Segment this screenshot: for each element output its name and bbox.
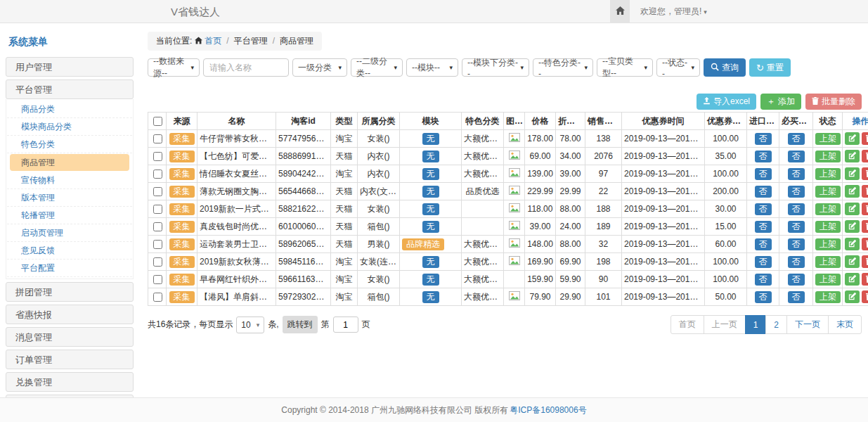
must-buy-badge[interactable]: 否 [788, 291, 805, 303]
must-buy-badge[interactable]: 否 [788, 256, 805, 268]
pager-button-上一页[interactable]: 上一页 [704, 315, 746, 334]
status-badge[interactable]: 上架 [815, 256, 841, 268]
import-select-badge[interactable]: 否 [755, 256, 772, 268]
filter-select[interactable]: 一级分类▾ [292, 58, 347, 77]
pager-button-首页[interactable]: 首页 [671, 315, 704, 334]
row-checkbox[interactable] [153, 222, 162, 231]
must-buy-badge[interactable]: 否 [788, 203, 805, 215]
filter-select[interactable]: --模块--▾ [406, 58, 458, 77]
must-buy-badge[interactable]: 否 [788, 133, 805, 145]
search-button[interactable]: 查询 [704, 58, 746, 77]
row-checkbox[interactable] [153, 187, 162, 196]
delete-button[interactable] [862, 273, 868, 286]
row-checkbox[interactable] [153, 293, 162, 302]
import-select-badge[interactable]: 否 [755, 274, 772, 286]
status-badge[interactable]: 上架 [815, 186, 841, 198]
delete-button[interactable] [862, 167, 868, 180]
page-number-input[interactable] [333, 316, 358, 333]
sidebar-group-用户管理[interactable]: 用户管理 [6, 57, 134, 77]
row-checkbox[interactable] [153, 152, 162, 161]
delete-button[interactable] [862, 150, 868, 162]
icp-link[interactable]: 粤ICP备16098006号 [510, 404, 586, 416]
status-badge[interactable]: 上架 [815, 274, 841, 286]
import-select-badge[interactable]: 否 [755, 186, 772, 198]
pager-button-下一页[interactable]: 下一页 [786, 315, 829, 334]
import-select-badge[interactable]: 否 [755, 203, 772, 215]
sidebar-group-兑换管理[interactable]: 兑换管理 [6, 372, 134, 392]
edit-button[interactable] [845, 203, 860, 215]
import-select-badge[interactable]: 否 [755, 168, 772, 180]
delete-button[interactable] [862, 203, 868, 215]
sidebar-group-订单管理[interactable]: 订单管理 [6, 350, 134, 369]
delete-button[interactable] [862, 255, 868, 268]
must-buy-badge[interactable]: 否 [788, 238, 805, 250]
edit-button[interactable] [845, 255, 860, 268]
sidebar-item-宣传物料[interactable]: 宣传物料 [7, 172, 132, 189]
pager-button-末页[interactable]: 末页 [828, 315, 862, 334]
must-buy-badge[interactable]: 否 [788, 186, 805, 198]
sidebar-item-版本管理[interactable]: 版本管理 [7, 189, 132, 207]
import-select-badge[interactable]: 否 [755, 238, 772, 250]
filter-select[interactable]: --二级分类--▾ [351, 58, 403, 77]
filter-select[interactable]: --模块下分类--▾ [462, 58, 529, 77]
per-page-select[interactable]: 10▾ [236, 316, 264, 333]
select-all-checkbox[interactable] [153, 117, 162, 126]
reset-button[interactable]: ↻ 重置 [749, 58, 791, 77]
row-checkbox[interactable] [153, 275, 162, 284]
must-buy-badge[interactable]: 否 [788, 221, 805, 233]
user-menu[interactable]: 欢迎您，管理员!▾ [640, 6, 707, 18]
sidebar-group-省惠快报[interactable]: 省惠快报 [6, 305, 134, 324]
sidebar-item-商品分类[interactable]: 商品分类 [7, 101, 132, 118]
delete-button[interactable] [862, 132, 868, 145]
import-select-badge[interactable]: 否 [755, 221, 772, 233]
row-checkbox[interactable] [153, 134, 162, 143]
pager-button-2[interactable]: 2 [765, 315, 787, 334]
sidebar-group-消息管理[interactable]: 消息管理 [6, 327, 134, 347]
status-badge[interactable]: 上架 [815, 291, 841, 303]
edit-button[interactable] [845, 132, 860, 145]
filter-select[interactable]: --数据来源--▾ [148, 58, 200, 77]
row-checkbox[interactable] [153, 170, 162, 179]
batch-delete-button[interactable]: 批量删除 [805, 94, 862, 110]
edit-button[interactable] [845, 290, 860, 303]
edit-button[interactable] [845, 150, 860, 162]
jump-button[interactable]: 跳转到 [283, 316, 318, 333]
sidebar-item-商品管理[interactable]: 商品管理 [10, 154, 129, 171]
filter-select[interactable]: --特色分类--▾ [533, 58, 593, 77]
sidebar-item-平台配置[interactable]: 平台配置 [7, 260, 132, 277]
must-buy-badge[interactable]: 否 [788, 274, 805, 286]
must-buy-badge[interactable]: 否 [788, 151, 805, 162]
status-badge[interactable]: 上架 [815, 151, 841, 162]
status-badge[interactable]: 上架 [815, 133, 841, 145]
must-buy-badge[interactable]: 否 [788, 168, 805, 180]
breadcrumb-home-link[interactable]: 首页 [205, 36, 221, 46]
filter-select[interactable]: --状态--▾ [656, 58, 700, 77]
delete-button[interactable] [862, 238, 868, 250]
edit-button[interactable] [845, 167, 860, 180]
sidebar-group-平台管理[interactable]: 平台管理 [6, 79, 134, 99]
sidebar-group-拼团管理[interactable]: 拼团管理 [6, 282, 134, 302]
edit-button[interactable] [845, 220, 860, 233]
sidebar-item-特色分类[interactable]: 特色分类 [7, 136, 132, 153]
delete-button[interactable] [862, 185, 868, 198]
search-input[interactable] [203, 58, 289, 77]
row-checkbox[interactable] [153, 257, 162, 267]
filter-select[interactable]: --宝贝类型--▾ [597, 58, 653, 77]
edit-button[interactable] [845, 273, 860, 286]
edit-button[interactable] [845, 238, 860, 250]
pager-button-1[interactable]: 1 [745, 315, 767, 334]
import-excel-button[interactable]: 导入excel [697, 94, 756, 110]
delete-button[interactable] [862, 290, 868, 303]
edit-button[interactable] [845, 185, 860, 198]
sidebar-item-轮播管理[interactable]: 轮播管理 [7, 207, 132, 224]
add-button[interactable]: ＋ 添加 [760, 94, 801, 110]
import-select-badge[interactable]: 否 [755, 291, 772, 303]
status-badge[interactable]: 上架 [815, 238, 841, 250]
sidebar-item-启动页管理[interactable]: 启动页管理 [7, 224, 132, 242]
status-badge[interactable]: 上架 [815, 203, 841, 215]
sidebar-item-意见反馈[interactable]: 意见反馈 [7, 242, 132, 260]
home-button[interactable] [610, 0, 630, 23]
row-checkbox[interactable] [153, 205, 162, 214]
row-checkbox[interactable] [153, 240, 162, 249]
delete-button[interactable] [862, 220, 868, 233]
